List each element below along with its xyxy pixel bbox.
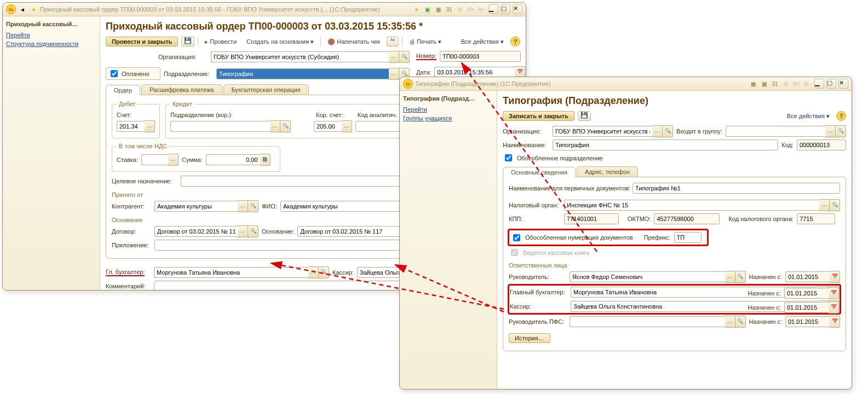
head-date[interactable] bbox=[785, 271, 830, 282]
sum-calc-button[interactable]: ▦ bbox=[260, 154, 271, 166]
primname-input[interactable] bbox=[633, 183, 840, 194]
all-actions[interactable]: Все действия ▾ bbox=[458, 37, 507, 47]
save-button[interactable]: 💾 bbox=[578, 111, 591, 121]
date-input[interactable] bbox=[434, 67, 515, 78]
help-button[interactable]: ? bbox=[836, 111, 846, 121]
maximize-button[interactable]: ▢ bbox=[826, 79, 836, 89]
kor-subdiv-input[interactable] bbox=[170, 121, 270, 132]
head-date-cal[interactable] bbox=[830, 271, 840, 283]
org-input[interactable] bbox=[211, 51, 389, 62]
cash-date[interactable] bbox=[784, 302, 829, 313]
m-icon[interactable]: M bbox=[781, 79, 790, 88]
back-icon[interactable]: ◄ bbox=[18, 5, 27, 14]
nav-link-goto[interactable]: Перейти bbox=[6, 32, 96, 38]
close-button[interactable]: ✕ bbox=[513, 4, 522, 14]
chief-date[interactable] bbox=[784, 288, 829, 299]
group-input[interactable] bbox=[726, 126, 825, 137]
tab-addr[interactable]: Адрес, телефон bbox=[577, 166, 638, 177]
taxauth-search[interactable] bbox=[830, 199, 840, 211]
pfs-search[interactable] bbox=[735, 316, 746, 328]
close-button[interactable]: ✕ bbox=[838, 79, 848, 89]
post-button[interactable]: ▸ Провести bbox=[202, 37, 240, 47]
post-close-button[interactable]: Провести и закрыть bbox=[106, 37, 178, 47]
chief-acct-input[interactable] bbox=[154, 267, 308, 278]
help-button[interactable]: ? bbox=[510, 37, 520, 47]
create-on-basis[interactable]: Создать на основании ▾ bbox=[243, 37, 317, 47]
kor-subdiv-search[interactable] bbox=[280, 120, 291, 132]
save-button[interactable]: 💾 bbox=[181, 37, 194, 47]
sep-numbering-checkbox[interactable] bbox=[513, 234, 520, 241]
acct-input[interactable] bbox=[117, 121, 145, 132]
head-pick[interactable] bbox=[725, 271, 735, 283]
sep-unit-checkbox[interactable] bbox=[505, 154, 512, 161]
pfs-input[interactable] bbox=[570, 316, 725, 327]
kor-subdiv-pick[interactable] bbox=[270, 120, 280, 132]
kor-acct-pick[interactable] bbox=[342, 120, 352, 132]
org-pick[interactable] bbox=[652, 125, 663, 137]
print-check-button[interactable]: 🟤 Напечатать чек bbox=[324, 37, 383, 47]
calc-icon[interactable]: ▦ bbox=[760, 79, 768, 88]
pfs-pick[interactable] bbox=[725, 316, 735, 328]
subdiv-pick-button[interactable] bbox=[389, 68, 399, 80]
save-close-button[interactable]: Записать и закрыть bbox=[503, 111, 574, 121]
m-icon[interactable]: M bbox=[456, 5, 464, 14]
m-minus-icon[interactable]: M− bbox=[803, 79, 812, 88]
rate-input[interactable] bbox=[141, 154, 168, 165]
print-button[interactable]: 🖨 Печать ▾ bbox=[406, 37, 445, 47]
tab-detail[interactable]: Расшифровка платежа bbox=[141, 84, 222, 95]
chief-acct-pick[interactable] bbox=[308, 266, 319, 278]
star-icon[interactable]: ★ bbox=[412, 5, 421, 14]
name-input[interactable] bbox=[553, 140, 778, 150]
agr-search[interactable] bbox=[248, 225, 258, 237]
subdiv-input[interactable] bbox=[216, 68, 389, 79]
rate-pick[interactable] bbox=[168, 154, 179, 166]
nav-link-goto[interactable]: Перейти bbox=[403, 106, 493, 113]
minimize-button[interactable]: ▁ bbox=[488, 4, 498, 14]
taxauth-input[interactable] bbox=[564, 200, 819, 211]
head-input[interactable] bbox=[570, 271, 725, 282]
m-plus-icon[interactable]: M+ bbox=[467, 5, 475, 14]
tab-acc[interactable]: Бухгалтерская операция bbox=[223, 84, 309, 95]
taxauth-pick[interactable] bbox=[819, 199, 830, 211]
contr-search[interactable] bbox=[248, 200, 258, 212]
minimize-button[interactable]: ▁ bbox=[814, 79, 824, 89]
bookmark-icon[interactable]: ▣ bbox=[423, 5, 432, 14]
tab-main[interactable]: Основные сведения bbox=[503, 167, 576, 177]
oktmo-input[interactable] bbox=[654, 213, 720, 224]
history-button[interactable]: История… bbox=[509, 333, 550, 343]
tab-order[interactable]: Ордер bbox=[106, 85, 140, 95]
num-input[interactable] bbox=[440, 51, 521, 62]
kor-acct-input[interactable] bbox=[314, 121, 342, 132]
contr-pick[interactable] bbox=[238, 200, 248, 212]
dtkt-button[interactable]: Aк bbox=[387, 37, 399, 47]
head-search[interactable] bbox=[735, 271, 746, 283]
taxcode-input[interactable] bbox=[797, 213, 835, 224]
code-input[interactable] bbox=[797, 140, 846, 150]
agr-pick[interactable] bbox=[238, 225, 248, 237]
org-pick-button[interactable] bbox=[389, 51, 399, 63]
org-input[interactable] bbox=[553, 126, 652, 137]
m-plus-icon[interactable]: M+ bbox=[792, 79, 801, 88]
fav-icon[interactable]: ★ bbox=[29, 5, 38, 14]
acct-pick-button[interactable] bbox=[145, 120, 155, 132]
maximize-button[interactable]: ▢ bbox=[501, 4, 510, 14]
all-actions[interactable]: Все действия ▾ bbox=[784, 112, 833, 121]
chief-acct-search[interactable] bbox=[319, 266, 329, 278]
calendar-icon[interactable]: 31 bbox=[445, 5, 453, 14]
org-search-button[interactable] bbox=[399, 51, 410, 63]
grid-icon[interactable]: ▦ bbox=[749, 79, 757, 88]
prefix-input[interactable] bbox=[674, 232, 702, 243]
cash-date-cal[interactable] bbox=[829, 301, 839, 313]
calc-icon[interactable]: ▦ bbox=[434, 5, 442, 14]
paid-checkbox[interactable] bbox=[111, 70, 118, 77]
m-minus-icon[interactable]: M− bbox=[478, 5, 486, 14]
agr-input[interactable] bbox=[154, 226, 238, 237]
sum-input[interactable] bbox=[206, 154, 260, 165]
kpp-input[interactable] bbox=[564, 213, 619, 224]
pfs-date[interactable] bbox=[785, 316, 830, 327]
chief-date-cal[interactable] bbox=[829, 287, 839, 299]
contr-input[interactable] bbox=[154, 201, 238, 212]
calendar-icon[interactable]: 31 bbox=[771, 79, 779, 88]
group-pick[interactable] bbox=[825, 125, 836, 137]
pfs-date-cal[interactable] bbox=[830, 316, 840, 328]
